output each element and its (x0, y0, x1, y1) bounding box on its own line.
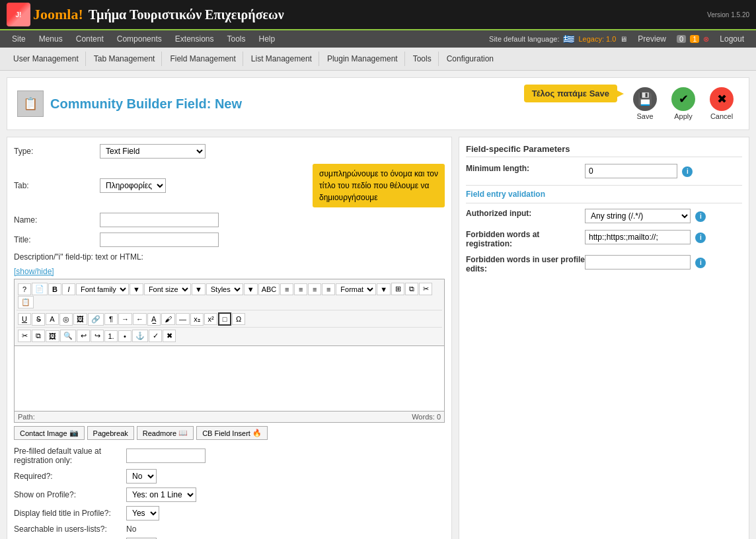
subnav-user-management[interactable]: User Management (7, 52, 86, 66)
pagebreak-button[interactable]: Pagebreak (87, 426, 134, 440)
contact-image-label: Contact Image (20, 429, 67, 437)
authorized-input-info-icon[interactable]: i (695, 211, 706, 222)
cancel-button[interactable]: ✖ Cancel (704, 85, 739, 123)
color-btn[interactable]: A (46, 313, 59, 325)
authorized-input-select[interactable]: Any string (/.*/) (585, 209, 691, 223)
strikethrough-btn[interactable]: S̶ (32, 313, 45, 326)
nav-components[interactable]: Components (110, 30, 169, 48)
forbidden-reg-info-icon[interactable]: i (695, 233, 706, 243)
clear-btn[interactable]: ✖ (163, 330, 176, 342)
redo-btn[interactable]: ↪ (91, 330, 104, 342)
special-btn[interactable]: ◎ (59, 313, 73, 326)
pre-fill-input[interactable] (126, 449, 206, 463)
contact-image-button[interactable]: Contact Image 📷 (14, 426, 85, 440)
subnav-tab-management[interactable]: Tab Management (87, 52, 163, 66)
underline-btn[interactable]: U (18, 313, 31, 325)
subnav-list-management[interactable]: List Management (245, 52, 319, 66)
list-ol-btn[interactable]: 1. (104, 330, 118, 342)
align-center-btn[interactable]: ≡ (294, 283, 307, 295)
para-btn[interactable]: ¶ (104, 313, 118, 325)
styles-arrow[interactable]: ▼ (244, 283, 258, 295)
nav-site[interactable]: Site (5, 30, 32, 48)
nav-extensions[interactable]: Extensions (169, 30, 221, 48)
preview-link[interactable]: Preview (631, 30, 673, 48)
styles-select[interactable]: Styles (206, 283, 243, 295)
name-label: Name: (14, 215, 100, 225)
save-icon: 💾 (633, 87, 657, 111)
highlight-btn[interactable]: 🖌 (161, 313, 175, 325)
undo-btn[interactable]: ↩ (77, 330, 90, 342)
paste-btn[interactable]: 📋 (18, 296, 34, 308)
required-select[interactable]: No (126, 469, 157, 484)
subnav-tools[interactable]: Tools (406, 52, 439, 66)
anchor-btn[interactable]: ⚓ (132, 330, 148, 342)
editor-new-doc-btn[interactable]: 📄 (32, 283, 48, 295)
editor-italic-btn[interactable]: I (62, 283, 75, 295)
spellcheck-btn[interactable]: ✓ (149, 330, 162, 342)
apply-button[interactable]: ✔ Apply (666, 85, 700, 123)
font-size-select[interactable]: Font size (144, 283, 191, 295)
table-btn[interactable]: ⊞ (391, 283, 404, 295)
list-ul-btn[interactable]: • (118, 330, 132, 342)
nav-right: Site default language: 🇬🇷 Legacy: 1.0 🖥 … (489, 30, 751, 48)
hr-btn[interactable]: — (176, 313, 190, 325)
forbidden-profile-input[interactable] (585, 255, 691, 270)
name-input[interactable] (100, 213, 219, 227)
image-btn[interactable]: 🖼 (73, 313, 87, 325)
font-family-select[interactable]: Font family (76, 283, 129, 295)
show-hide-link[interactable]: [show/hide] (14, 267, 54, 276)
readmore-button[interactable]: Readmore 📖 (137, 426, 194, 440)
img2-btn[interactable]: 🖼 (46, 330, 59, 342)
align-justify-btn[interactable]: ≡ (322, 283, 335, 295)
font-family-arrow[interactable]: ▼ (130, 283, 143, 295)
nav-menus[interactable]: Menus (32, 30, 69, 48)
format-select[interactable]: Format (336, 283, 376, 295)
charmap-btn[interactable]: □ (218, 312, 231, 326)
outdent-btn[interactable]: ← (133, 313, 147, 325)
type-label: Type: (14, 147, 100, 156)
align-right-btn[interactable]: ≡ (308, 283, 321, 295)
type-select[interactable]: Text Field (100, 144, 206, 159)
min-length-input[interactable] (585, 164, 677, 178)
sub-btn[interactable]: x₂ (190, 313, 204, 326)
fontcolor-btn[interactable]: A̲ (147, 313, 161, 326)
show-profile-select[interactable]: Yes: on 1 Line (126, 487, 196, 502)
min-length-info-icon[interactable]: i (682, 166, 693, 177)
display-title-select[interactable]: Yes (126, 506, 159, 521)
subnav-configuration[interactable]: Configuration (440, 52, 500, 66)
abc-btn[interactable]: ABC (258, 283, 280, 295)
pagebreak-label: Pagebreak (93, 429, 128, 437)
zoom-btn[interactable]: 🔍 (60, 330, 76, 342)
sup-btn[interactable]: x² (204, 313, 217, 325)
subnav-plugin-management[interactable]: Plugin Management (321, 52, 405, 66)
flag-icon: 🇬🇷 (563, 34, 574, 44)
indent-btn[interactable]: → (118, 313, 132, 325)
forbidden-reg-input[interactable] (585, 230, 691, 244)
link-btn[interactable]: 🔗 (88, 313, 104, 326)
copy-btn[interactable]: ⧉ (405, 283, 418, 295)
align-left-btn[interactable]: ≡ (280, 283, 293, 295)
subnav-field-management[interactable]: Field Management (163, 52, 243, 66)
tab-select[interactable]: Πληροφορίες (100, 178, 166, 193)
nav-content[interactable]: Content (69, 30, 110, 48)
logout-link[interactable]: Logout (713, 30, 751, 48)
path-label: Path: (18, 413, 35, 421)
editor-help-btn[interactable]: ? (18, 283, 31, 295)
title-input[interactable] (100, 233, 219, 247)
nav-help[interactable]: Help (252, 30, 282, 48)
nav-tools[interactable]: Tools (221, 30, 252, 48)
editor-bold-btn[interactable]: B (48, 283, 61, 295)
forbidden-profile-info-icon[interactable]: i (695, 258, 706, 268)
font-size-arrow[interactable]: ▼ (192, 283, 206, 295)
editor-area[interactable] (14, 345, 445, 412)
min-length-row: Minimum length: i (466, 164, 742, 178)
cut2-btn[interactable]: ✂ (18, 330, 31, 342)
cut-btn[interactable]: ✂ (419, 283, 432, 295)
copy2-btn[interactable]: ⧉ (32, 330, 45, 342)
cb-field-insert-button[interactable]: CB Field Insert 🔥 (196, 426, 268, 440)
format-arrow[interactable]: ▼ (377, 283, 391, 295)
save-button[interactable]: 💾 Save (628, 85, 662, 123)
form-section: Pre-filled default value at registration… (14, 447, 445, 539)
header-title: Τμήμα Τουριστικών Επιχειρήσεων (89, 7, 284, 22)
symbol-btn[interactable]: Ω (232, 313, 245, 325)
